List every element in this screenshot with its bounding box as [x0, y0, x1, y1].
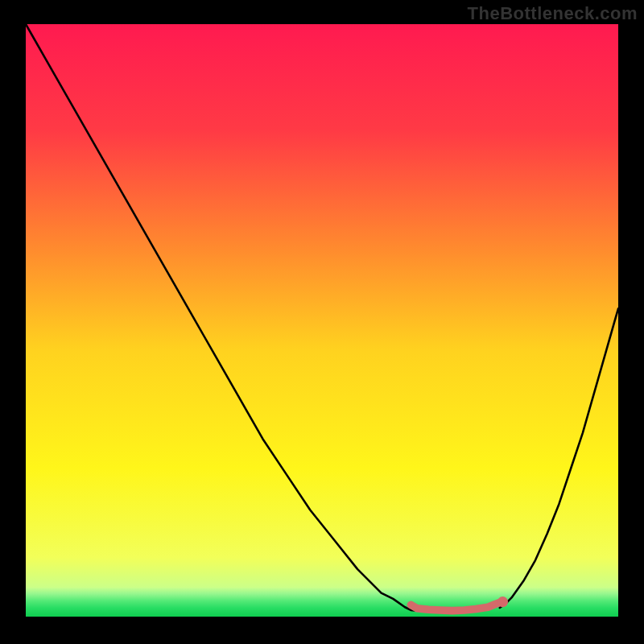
bottom-dot-icon: [497, 597, 508, 607]
curve-left-branch: [26, 24, 417, 611]
curve-layer: [26, 24, 618, 617]
curve-bottom-segment: [411, 602, 499, 610]
plot-area: [26, 24, 618, 617]
chart-frame: TheBottleneck.com: [0, 0, 644, 644]
watermark-text: TheBottleneck.com: [468, 3, 638, 24]
curve-right-branch: [500, 308, 618, 608]
